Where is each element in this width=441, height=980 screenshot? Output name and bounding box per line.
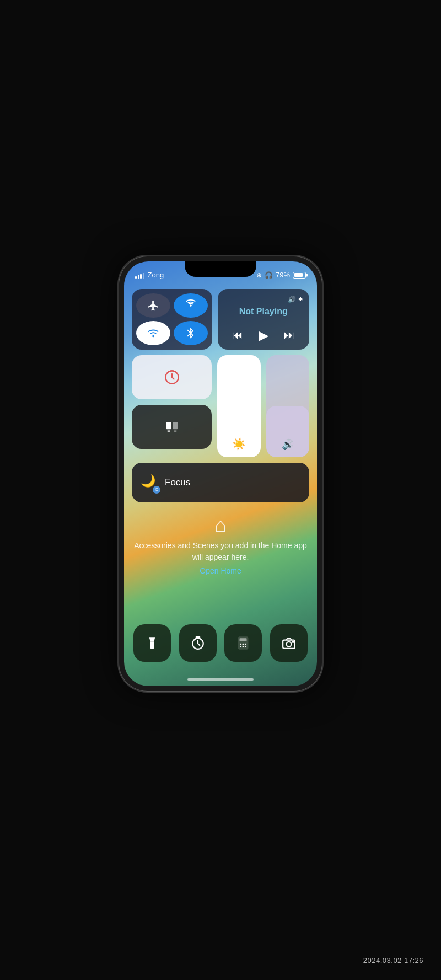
open-home-link[interactable]: Open Home [200,566,241,575]
svg-point-16 [292,641,293,642]
timestamp: 2024.03.02 17:26 [363,956,423,965]
battery-fill [294,273,303,277]
timer-icon [191,636,205,650]
torch-button[interactable] [133,624,171,662]
svg-rect-1 [166,422,171,429]
timer-button[interactable] [179,624,217,662]
svg-rect-7 [240,638,247,641]
focus-icons: 🌙 ⊙ [141,474,158,491]
battery-percent: 79% [276,271,290,279]
play-button[interactable]: ▶ [259,328,268,343]
wifi-button[interactable] [136,321,170,345]
svg-rect-4 [174,430,176,431]
home-indicator [187,678,254,681]
screen-lock-tile[interactable] [132,355,212,399]
bluetooth-indicator: ✱ [298,296,303,302]
homekit-description: Accessories and Scenes you add in the Ho… [132,540,309,563]
wifi-icon [147,327,159,339]
svg-rect-2 [173,422,178,429]
focus-tile[interactable]: 🌙 ⊙ Focus [132,463,309,502]
torch-icon [145,636,159,650]
volume-icon: 🔊 [282,438,294,451]
homekit-section: ⌂ Accessories and Scenes you add in the … [132,508,309,581]
airplane-icon [147,299,159,312]
svg-point-8 [240,643,242,645]
camera-icon [282,636,296,650]
camera-button[interactable] [270,624,308,662]
volume-slider[interactable]: 🔊 [266,355,310,457]
notch [185,261,256,277]
focus-label: Focus [165,477,190,488]
screen-lock-icon [164,369,180,385]
calculator-icon [236,636,250,650]
home-icon: ⌂ [214,513,227,537]
svg-point-15 [286,641,291,646]
headphone-icon: 🎧 [265,271,273,279]
calculator-button[interactable] [224,624,262,662]
signal-bar-1 [135,276,137,279]
screen-mirror-icon [165,420,179,434]
signal-bar-4 [143,273,144,279]
brightness-slider[interactable]: ☀️ [217,355,261,457]
fast-forward-button[interactable]: ⏭ [284,329,295,341]
svg-point-13 [245,646,246,647]
status-left: Zong [135,267,164,279]
signal-bars [135,272,144,279]
focus-sub-icon: ⊙ [153,486,160,494]
location-icon: ⊕ [256,271,262,279]
row-sliders: ☀️ 🔊 [132,355,309,457]
signal-bar-3 [140,274,142,279]
now-playing-header: 🔊 ✱ [224,296,303,303]
wifi-calling-button[interactable] [174,293,208,318]
svg-rect-3 [167,430,170,431]
speaker-icon: 🔊 [288,296,296,303]
now-playing-title: Not Playing [224,307,303,328]
carrier-label: Zong [148,271,164,279]
rewind-button[interactable]: ⏮ [232,329,243,341]
phone-shell: Zong ⊕ 🎧 79% [119,256,322,692]
airplane-mode-button[interactable] [136,293,170,318]
status-right: ⊕ 🎧 79% [256,267,306,279]
svg-point-9 [243,643,244,645]
wifi-calling-icon [185,299,197,312]
control-center: 🔊 ✱ Not Playing ⏮ ▶ ⏭ [132,289,309,664]
quick-actions [132,624,309,664]
phone-screen: Zong ⊕ 🎧 79% [124,261,317,686]
media-controls[interactable]: ⏮ ▶ ⏭ [224,328,303,343]
signal-bar-2 [138,275,139,279]
brightness-icon: ☀️ [232,437,246,451]
connectivity-tile[interactable] [132,289,212,350]
svg-point-10 [245,643,246,645]
bluetooth-button[interactable] [174,321,208,345]
left-tiles [132,355,212,457]
svg-point-11 [240,646,242,647]
battery-icon [293,272,306,279]
svg-point-12 [243,646,244,647]
now-playing-tile[interactable]: 🔊 ✱ Not Playing ⏮ ▶ ⏭ [218,289,309,350]
screen-mirror-tile[interactable] [132,405,212,449]
bluetooth-icon [185,327,197,339]
row-connectivity-and-media: 🔊 ✱ Not Playing ⏮ ▶ ⏭ [132,289,309,350]
